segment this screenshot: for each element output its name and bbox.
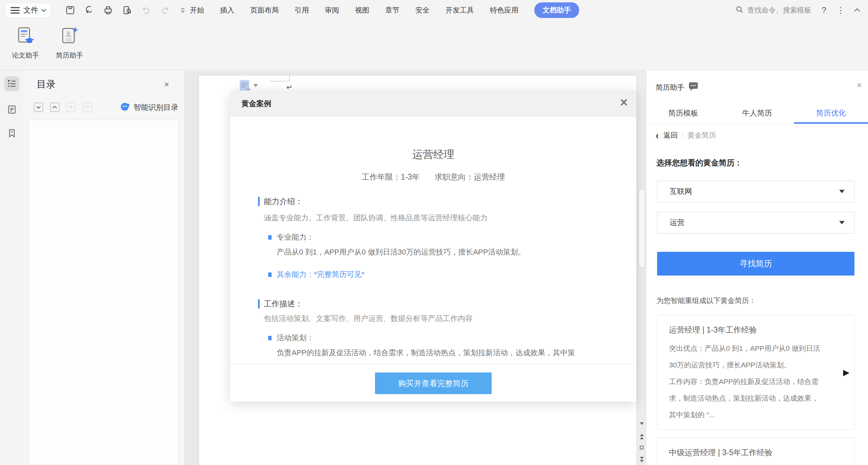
caret-down-icon [839, 221, 845, 224]
menu-insert[interactable]: 插入 [220, 5, 234, 15]
section-ability-desc: 涵盖专业能力、工作背景、团队协调、性格品质等运营经理核心能力 [264, 213, 488, 223]
modal-footer: 购买并查看完整简历 [230, 364, 636, 402]
quick-access-toolbar [65, 0, 186, 20]
resume-title: 运营经理 [230, 147, 636, 162]
breadcrumb-divider [683, 131, 683, 139]
find-resume-button[interactable]: 寻找简历 [657, 252, 854, 276]
menu-review[interactable]: 审阅 [325, 5, 339, 15]
resume-card-title: 中级运营经理 | 3-5年工作经验 [669, 447, 844, 458]
select-browse-object-icon[interactable] [637, 446, 646, 449]
bullet-square-icon [268, 336, 272, 340]
ribbon: 论文助手 简历助手 [0, 20, 868, 70]
print-icon[interactable] [103, 5, 113, 15]
ai-robot-icon [120, 102, 130, 113]
menubar-right: 查找命令、搜索模板 ? ⋮ [735, 0, 859, 20]
document-scrollbar[interactable] [637, 70, 646, 465]
paper-assistant-label: 论文助手 [12, 51, 39, 60]
toc-collapse-button[interactable] [50, 103, 59, 112]
caret-down-icon [839, 190, 845, 193]
toc-zoom-out-button[interactable]: − [83, 103, 92, 112]
print-preview-icon[interactable] [122, 5, 132, 15]
panel-close-icon[interactable]: × [857, 81, 862, 89]
paper-assistant-button[interactable]: 论文助手 [5, 24, 45, 70]
toc-zoom-in-button[interactable]: + [66, 103, 76, 112]
smart-toc-button[interactable]: 智能识别目录 [120, 102, 178, 113]
back-button[interactable]: 返回 [664, 130, 678, 140]
panel-tabs: 简历模板 牛人简历 简历优化 [646, 103, 868, 124]
next-page-icon[interactable] [637, 457, 646, 462]
toc-panel-title: 目录 [37, 78, 56, 91]
tab-top-resumes[interactable]: 牛人简历 [720, 103, 794, 123]
modal-close-icon[interactable]: × [620, 96, 628, 109]
previous-page-icon[interactable] [637, 434, 646, 439]
modal-header: 黄金案例 × [230, 90, 636, 117]
section-ability-heading: 能力介绍： [258, 196, 303, 207]
menu-home[interactable]: 开始 [190, 5, 204, 15]
main-area: 目录 × + − 智能识别目录 [0, 70, 868, 465]
resume-meta: 工作年限：1-3年 求职意向：运营经理 [230, 172, 636, 182]
resume-card-content: 工作内容：负责APP的拉新及促活活动，结合需求，制造活动热点，策划拉新活动，达成… [669, 373, 820, 423]
breadcrumb-current: 黄金简历 [688, 130, 716, 140]
back-chevron-icon: ‹ [656, 130, 659, 140]
resume-assistant-button[interactable]: 简历助手 [50, 24, 90, 70]
file-menu-button[interactable]: 文件 [5, 3, 51, 18]
left-icon-strip [0, 70, 24, 465]
panel-title: 简历助手 [656, 83, 684, 92]
document-notes-icon[interactable] [4, 102, 19, 117]
menu-page-layout[interactable]: 页面布局 [250, 5, 279, 15]
full-resume-link[interactable]: 其余能力：*完整简历可见* [277, 269, 364, 280]
customize-toolbar-icon[interactable] [179, 6, 186, 15]
text-boundary-corner-mark [269, 76, 290, 81]
resume-assistant-panel: 简历助手 × 简历模板 牛人简历 简历优化 ‹ 返回 黄金简历 选择 [646, 70, 868, 465]
undo-icon[interactable] [141, 5, 151, 15]
help-icon[interactable]: ? [822, 6, 826, 15]
resume-meta-years: 工作年限：1-3年 [362, 172, 420, 182]
menu-doc-assistant-pill[interactable]: 文档助手 [534, 2, 579, 18]
resume-meta-intent: 求职意向：运营经理 [435, 172, 505, 182]
paste-options-chevron-icon[interactable] [253, 84, 258, 87]
chat-bubble-icon[interactable] [688, 82, 698, 93]
main-menus: 开始 插入 页面布局 引用 审阅 视图 章节 安全 开发工具 特色应用 文档助手 [190, 0, 579, 20]
menu-section[interactable]: 章节 [385, 5, 399, 15]
breadcrumb: ‹ 返回 黄金简历 [656, 128, 716, 142]
toc-panel: 目录 × + − 智能识别目录 [24, 70, 185, 465]
tab-resume-templates[interactable]: 简历模板 [646, 103, 720, 123]
menu-references[interactable]: 引用 [295, 5, 309, 15]
role-select[interactable]: 运营 [657, 212, 854, 234]
role-select-value: 运营 [657, 218, 839, 228]
menu-security[interactable]: 安全 [415, 5, 430, 15]
blue-bar-icon [258, 197, 260, 206]
industry-select[interactable]: 互联网 [657, 181, 854, 202]
chevron-down-icon [41, 7, 46, 12]
card-expand-arrow-icon[interactable]: ▶ [843, 368, 849, 377]
toc-expand-button[interactable] [34, 103, 43, 112]
export-icon[interactable] [84, 5, 94, 15]
scrollbar-thumb[interactable] [638, 189, 645, 268]
resume-card-highlight: 突出优点：产品从0 到1，APP用户从0 做到日活30万的运营技巧，擅长APP活… [669, 340, 820, 373]
menu-dev-tools[interactable]: 开发工具 [446, 5, 474, 15]
more-options-icon[interactable]: ⋮ [836, 6, 845, 15]
menu-view[interactable]: 视图 [355, 5, 369, 15]
resume-card-2[interactable]: 中级运营经理 | 3-5年工作经验 [657, 438, 854, 465]
buy-view-full-resume-button[interactable]: 购买并查看完整简历 [375, 372, 492, 394]
search-placeholder: 查找命令、搜索模板 [747, 5, 811, 15]
toc-view-icon[interactable] [4, 76, 19, 91]
bookmark-icon[interactable] [4, 126, 19, 141]
toc-close-icon[interactable]: × [164, 80, 169, 89]
modal-title: 黄金案例 [241, 99, 271, 109]
scroll-down-icon[interactable] [637, 422, 646, 425]
command-search[interactable]: 查找命令、搜索模板 [735, 5, 811, 15]
bullet-other-ability: 其余能力：*完整简历可见* [268, 269, 364, 280]
section-job-heading: 工作描述： [258, 299, 303, 309]
resume-card-1[interactable]: 运营经理 | 1-3年工作经验 突出优点：产品从0 到1，APP用户从0 做到日… [657, 315, 854, 430]
menu-special-apps[interactable]: 特色应用 [490, 5, 518, 15]
redo-icon[interactable] [160, 5, 170, 15]
tab-resume-optimization[interactable]: 简历优化 [794, 103, 868, 123]
golden-case-modal: 黄金案例 × 运营经理 工作年限：1-3年 求职意向：运营经理 能力介绍： 涵盖… [230, 90, 636, 402]
toc-content-box[interactable] [29, 120, 179, 465]
select-resume-label: 选择您想看的黄金简历： [656, 158, 742, 168]
hamburger-icon [11, 7, 20, 14]
save-icon[interactable] [65, 5, 75, 15]
bullet-event-planning-body: 负责APP的拉新及促活活动，结合需求，制造活动热点，策划拉新活动，达成效果，其中… [277, 348, 575, 358]
collapse-ribbon-icon[interactable] [854, 8, 860, 14]
